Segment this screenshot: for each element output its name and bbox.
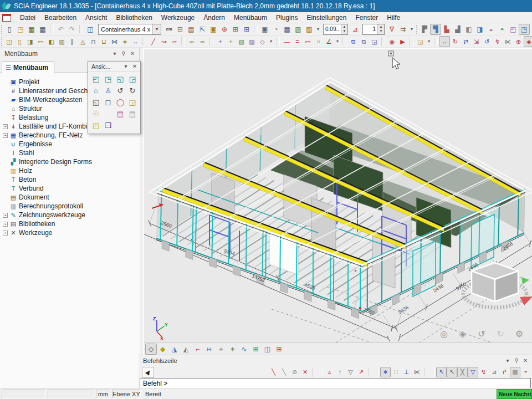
break-icon[interactable]: ↯ (492, 36, 503, 47)
snap-midpoint-icon[interactable]: ↖ (447, 367, 457, 377)
snap-raster-icon[interactable]: ▦ (510, 367, 520, 377)
expander-icon[interactable]: + (3, 231, 8, 236)
menu-einstellungen[interactable]: Einstellungen (302, 12, 351, 23)
esa-wheel-icon[interactable]: ⊛ (219, 24, 230, 35)
parallel-line-icon[interactable]: = (292, 36, 303, 47)
truss-icon[interactable]: ⊔ (99, 36, 109, 47)
tab-menuebaum[interactable]: ☰ Menübaum (2, 61, 54, 74)
expander-icon[interactable] (3, 89, 8, 94)
undo-icon[interactable]: ↶ (55, 24, 66, 35)
view-flag-loads-icon[interactable]: ◨ (474, 24, 485, 35)
line-icon[interactable]: ― (282, 36, 292, 47)
snap-grid-icon[interactable]: ∷ (391, 367, 401, 377)
pin-icon[interactable]: ⚲ (512, 356, 521, 365)
close-polygon-icon[interactable]: ▱ (169, 36, 180, 47)
array-icon[interactable]: ⊕ (513, 36, 524, 47)
collapse-icon[interactable]: ▾ (503, 356, 512, 365)
scale-spinner[interactable]: 0.09.. ▲▼ (323, 24, 348, 35)
document-window-icon[interactable] (2, 14, 11, 22)
rib-icon[interactable]: ∥ (67, 36, 78, 47)
separator[interactable] (434, 37, 438, 46)
chevron-down-icon[interactable]: ▾ (152, 24, 161, 34)
tree-item-verbund[interactable]: Τ Verbund (0, 184, 140, 193)
copy-multi-icon[interactable]: ◲ (369, 36, 380, 47)
view-flag-numbers-icon[interactable]: ◓ (497, 24, 508, 35)
export-doc-icon[interactable]: ▨ (304, 24, 315, 35)
expander-icon[interactable] (3, 177, 8, 182)
separator[interactable] (209, 37, 213, 46)
count-spinner[interactable]: 1 ▲▼ (362, 24, 385, 35)
tree-item-werkzeuge[interactable]: + ✕ Werkzeuge (0, 228, 140, 237)
menu-plugins[interactable]: Plugins (272, 12, 302, 23)
zoom-window-icon[interactable]: ◱ (90, 96, 102, 108)
more-icon[interactable]: ▾ (408, 24, 415, 35)
snap-cancel-icon[interactable]: ✕ (300, 367, 310, 377)
curve-icon[interactable]: ↝ (158, 36, 169, 47)
status-plane[interactable]: Ebene XY (112, 390, 141, 398)
command-input[interactable]: Befehl > (140, 378, 531, 388)
tree-item-stahl[interactable]: Ι Stahl (0, 149, 140, 157)
view-y-icon[interactable]: ◳ (102, 73, 114, 85)
orbit-icon[interactable]: ↺ (475, 328, 488, 340)
open-icon[interactable]: ◳ (15, 24, 26, 35)
view-axo-icon[interactable]: ◲ (126, 73, 139, 85)
view-z-icon[interactable]: ◱ (114, 73, 126, 85)
status-unit[interactable]: mm (96, 390, 110, 398)
render-window-icon[interactable]: ❒ (102, 120, 114, 131)
expander-icon[interactable] (3, 151, 8, 156)
view-flag-model-icon[interactable]: ◳ (519, 24, 530, 35)
collapse-icon[interactable]: ▾ (121, 62, 130, 71)
beam-icon[interactable]: ▯ (14, 36, 25, 47)
trim-icon[interactable]: ↺ (482, 36, 492, 47)
cross-link-icon[interactable]: ⊓ (88, 36, 99, 47)
multi-edit-icon[interactable]: ◈ (524, 36, 532, 47)
select-workplane-icon[interactable]: ▧ (236, 36, 247, 47)
snap-extension-icon[interactable]: ↱ (499, 367, 510, 377)
tree-item-integrierte-design-forms[interactable]: ▞ Integrierte Design Forms (0, 157, 140, 166)
snap-solid-icon[interactable]: ◓ (520, 367, 531, 377)
table-input-icon[interactable]: ⊞ (230, 24, 241, 35)
more-icon[interactable]: ▾ (530, 24, 532, 35)
tree-item-zeichnungswerkzeuge[interactable]: + ✎ Zeichnungswerkzeuge (0, 211, 140, 219)
units-icon[interactable]: cm (163, 24, 175, 35)
separator[interactable] (342, 37, 346, 46)
rotate-icon[interactable]: ↻ (450, 36, 461, 47)
view-x-icon[interactable]: ◰ (90, 73, 102, 85)
ansicht-floating-toolbar[interactable]: Ansic... ▾✕ ◰◳◱◲⌂♙↺↻◱◻◯◲☉▤▤◰❒ (88, 61, 141, 134)
expander-icon[interactable]: + (3, 124, 8, 129)
paste-icon[interactable]: ⧉ (359, 36, 369, 47)
snap-point-icon[interactable]: ▵ (324, 367, 335, 377)
rectangle-icon[interactable]: ▭ (303, 36, 313, 47)
filter-icon[interactable]: ∇ (386, 24, 397, 35)
separator[interactable] (181, 37, 185, 46)
tree-item-bibliotheken[interactable]: + ▤ Bibliotheken (0, 219, 140, 228)
expander-icon[interactable] (3, 168, 8, 173)
snap-cut-icon[interactable]: ⋉ (412, 367, 422, 377)
clipboard-icon[interactable]: ▣ (208, 24, 219, 35)
view-flag-axes-icon[interactable]: ◰ (508, 24, 519, 35)
more-icon[interactable]: ▾ (334, 36, 341, 47)
menu-ansicht[interactable]: Ansicht (81, 12, 111, 23)
more-icon[interactable]: ▾ (268, 36, 274, 47)
snap-accuracy-icon[interactable]: ⊿ (350, 24, 361, 35)
render-mode-icon[interactable]: ⇉ (397, 24, 408, 35)
light-icon[interactable]: ☉ (90, 108, 102, 120)
isometry-icon[interactable]: ◭ (180, 344, 192, 355)
tree-item-dokument[interactable]: ▤ Dokument (0, 193, 140, 202)
rotate-left-icon[interactable]: ↺ (114, 85, 126, 96)
separator[interactable] (142, 37, 146, 46)
more-icon[interactable]: ▾ (315, 24, 321, 35)
expander-icon[interactable]: + (3, 213, 8, 218)
expander-icon[interactable] (3, 186, 8, 191)
paper-space-icon[interactable]: ◫ (262, 344, 273, 355)
cursor-mode-icon[interactable]: ▶ (142, 367, 154, 378)
dimension-lines-icon[interactable]: ∺ (203, 344, 215, 355)
separator[interactable] (368, 367, 378, 377)
snap-none-icon[interactable]: ⊘ (289, 367, 300, 377)
collapse-icon[interactable]: ▾ (110, 49, 119, 58)
redo-icon[interactable]: ↷ (66, 24, 78, 35)
menu-menuebaum[interactable]: Menübaum (229, 12, 272, 23)
send-to-icon[interactable]: ▶ (397, 36, 408, 47)
rotate-right-icon[interactable]: ↻ (126, 85, 139, 96)
haunch-icon[interactable]: ◬ (78, 36, 88, 47)
